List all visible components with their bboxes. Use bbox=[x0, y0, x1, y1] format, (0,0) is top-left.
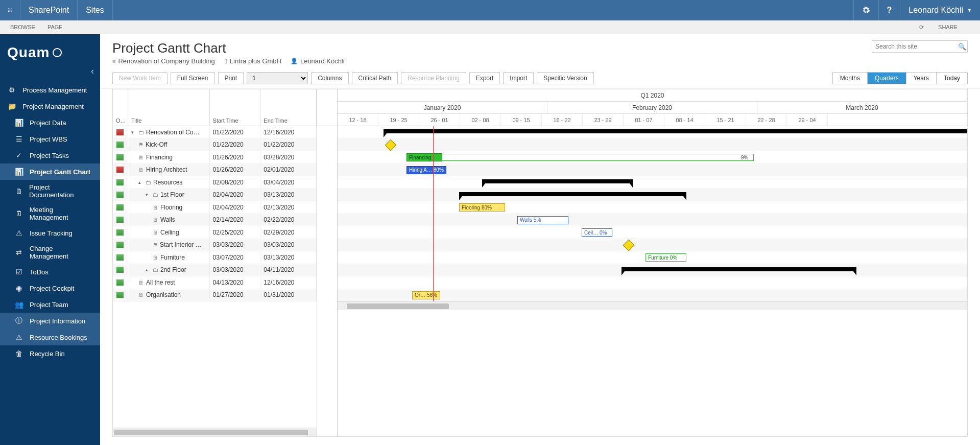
expand-toggle[interactable]: ▴ bbox=[138, 180, 144, 185]
nav-process-management[interactable]: ⚙Process Management bbox=[0, 82, 100, 98]
critical-path-button[interactable]: Critical Path bbox=[352, 72, 398, 84]
col-end[interactable]: End Time bbox=[260, 89, 317, 126]
timeline-row: Hiring A… 80% bbox=[338, 164, 967, 177]
search-icon[interactable]: 🔍 bbox=[955, 43, 969, 51]
nav-project-management[interactable]: 📁Project Management bbox=[0, 98, 100, 114]
specific-version-button[interactable]: Specific Version bbox=[537, 72, 593, 84]
row-start: 03/03/2020 bbox=[210, 264, 261, 276]
grid-row[interactable]: ▴ 🗀 Resources 02/08/2020 03/04/2020 bbox=[113, 176, 317, 189]
task-bar[interactable]: Financing9% bbox=[407, 153, 442, 161]
grid-row[interactable]: ▾ 🗀 Renovation of Co… 01/22/2020 12/16/2… bbox=[113, 126, 317, 139]
nav-project-documentation[interactable]: 🗎Project Documentation bbox=[0, 180, 100, 202]
col-title[interactable]: Title bbox=[128, 89, 210, 126]
nav-project-data[interactable]: 📊Project Data bbox=[0, 114, 100, 131]
task-bar[interactable]: Or… 56% bbox=[412, 291, 440, 299]
svg-rect-3 bbox=[8, 10, 9, 10]
col-status[interactable]: O… bbox=[113, 89, 128, 126]
grid-row[interactable]: 🗎 Organisation 01/27/2020 01/31/2020 bbox=[113, 289, 317, 302]
suite-sites[interactable]: Sites bbox=[78, 0, 113, 20]
col-start[interactable]: Start Time bbox=[210, 89, 261, 126]
grid-scrollbar[interactable] bbox=[113, 428, 317, 436]
timeline-scrollbar[interactable] bbox=[338, 301, 967, 310]
nav-project-gantt-chart[interactable]: 📊Project Gantt Chart bbox=[0, 163, 100, 180]
milestone-marker[interactable] bbox=[623, 239, 635, 251]
nav-project-cockpit[interactable]: ◉Project Cockpit bbox=[0, 280, 100, 296]
share-button[interactable]: ⟳ SHARE bbox=[919, 24, 970, 31]
nav-project-wbs[interactable]: ☰Project WBS bbox=[0, 131, 100, 147]
task-bar[interactable]: Walls 5% bbox=[517, 216, 568, 224]
row-type-icon: 🗎 bbox=[153, 204, 158, 210]
view-today[interactable]: Today bbox=[937, 73, 967, 84]
row-type-icon: 🗀 bbox=[146, 179, 151, 185]
building-icon: ▯ bbox=[224, 58, 227, 64]
full-screen-button[interactable]: Full Screen bbox=[171, 72, 215, 84]
collapse-sidebar[interactable]: ‹ bbox=[0, 65, 100, 82]
nav-project-information[interactable]: ⓘProject Information bbox=[0, 313, 100, 329]
view-years[interactable]: Years bbox=[906, 73, 937, 84]
row-end: 12/16/2020 bbox=[260, 126, 317, 138]
grid-row[interactable]: 🗎 All the rest 04/13/2020 12/16/2020 bbox=[113, 276, 317, 289]
status-icon bbox=[116, 217, 124, 223]
summary-bar[interactable] bbox=[482, 179, 633, 183]
summary-bar[interactable] bbox=[622, 267, 856, 271]
nav-icon: ✓ bbox=[14, 151, 23, 160]
grid-row[interactable]: ▾ 🗀 1st Floor 02/04/2020 03/13/2020 bbox=[113, 189, 317, 202]
suite-brand[interactable]: SharePoint bbox=[20, 0, 78, 20]
user-menu[interactable]: Leonard Köchli ▼ bbox=[900, 0, 980, 20]
timeline-quarter: Q1 2020 bbox=[338, 89, 967, 102]
expand-toggle[interactable]: ▴ bbox=[146, 267, 151, 272]
nav-change-management[interactable]: ⇄Change Management bbox=[0, 241, 100, 264]
search-box[interactable]: 🔍 bbox=[872, 40, 968, 53]
search-input[interactable] bbox=[872, 43, 955, 50]
expand-toggle[interactable]: ▾ bbox=[131, 130, 136, 135]
list-icon: ≡ bbox=[112, 58, 115, 64]
view-quarters[interactable]: Quarters bbox=[868, 73, 906, 84]
task-bar[interactable]: Hiring A… 80% bbox=[407, 166, 446, 174]
export-button[interactable]: Export bbox=[469, 72, 500, 84]
grid-row[interactable]: 🗎 Financing 01/26/2020 03/28/2020 bbox=[113, 151, 317, 164]
grid-row[interactable]: ⚑ Kick-Off 01/22/2020 01/22/2020 bbox=[113, 139, 317, 152]
nav-project-team[interactable]: 👥Project Team bbox=[0, 296, 100, 313]
row-type-icon: 🗀 bbox=[138, 129, 144, 135]
settings-button[interactable] bbox=[853, 0, 878, 20]
breadcrumb: ≡Renovation of Company Building ▯Lintra … bbox=[112, 57, 345, 65]
task-bar[interactable]: Furniture 0% bbox=[646, 253, 686, 262]
print-button[interactable]: Print bbox=[218, 72, 244, 84]
nav-project-tasks[interactable]: ✓Project Tasks bbox=[0, 147, 100, 163]
nav-recycle-bin[interactable]: 🗑Recycle Bin bbox=[0, 345, 100, 362]
resource-planning-button: Resource Planning bbox=[401, 72, 466, 84]
nav-issue-tracking[interactable]: ⚠Issue Tracking bbox=[0, 225, 100, 241]
milestone-marker[interactable] bbox=[385, 139, 397, 151]
week-header: 23 - 29 bbox=[583, 114, 624, 126]
nav-meeting-management[interactable]: 🗓Meeting Management bbox=[0, 202, 100, 225]
grid-row[interactable]: 🗎 Flooring 02/04/2020 02/13/2020 bbox=[113, 201, 317, 214]
grid-row[interactable]: 🗎 Ceiling 02/25/2020 02/29/2020 bbox=[113, 226, 317, 239]
app-launcher[interactable] bbox=[0, 0, 20, 20]
help-button[interactable]: ? bbox=[878, 0, 900, 20]
grid-row[interactable]: 🗎 Walls 02/14/2020 02/22/2020 bbox=[113, 214, 317, 227]
nav-todos[interactable]: ☑ToDos bbox=[0, 264, 100, 280]
grid-row[interactable]: ⚑ Start Interior … 03/03/2020 03/03/2020 bbox=[113, 239, 317, 252]
status-icon bbox=[116, 254, 124, 261]
import-button[interactable]: Import bbox=[503, 72, 534, 84]
row-start: 02/08/2020 bbox=[210, 176, 261, 189]
zoom-select[interactable]: 1 bbox=[247, 72, 308, 84]
ribbon-page[interactable]: PAGE bbox=[47, 24, 63, 30]
expand-toggle[interactable]: ▾ bbox=[146, 192, 151, 197]
summary-bar[interactable] bbox=[459, 192, 686, 196]
status-icon bbox=[116, 167, 124, 173]
grid-row[interactable]: 🗎 Furniture 03/07/2020 03/13/2020 bbox=[113, 251, 317, 264]
row-title: Organisation bbox=[146, 291, 181, 298]
grid-row[interactable]: 🗎 Hiring Architect 01/26/2020 02/01/2020 bbox=[113, 164, 317, 177]
splitter-col[interactable] bbox=[317, 89, 338, 436]
nav-icon: ⓘ bbox=[14, 316, 23, 325]
columns-button[interactable]: Columns bbox=[311, 72, 348, 84]
waffle-icon bbox=[8, 6, 12, 14]
task-bar[interactable]: Flooring 80% bbox=[459, 203, 505, 212]
view-months[interactable]: Months bbox=[833, 73, 868, 84]
ribbon-browse[interactable]: BROWSE bbox=[10, 24, 35, 30]
summary-bar[interactable] bbox=[384, 129, 967, 133]
nav-resource-bookings[interactable]: ⚠Resource Bookings bbox=[0, 329, 100, 345]
task-bar[interactable]: Ceil… 0% bbox=[582, 228, 612, 237]
grid-row[interactable]: ▴ 🗀 2nd Floor 03/03/2020 04/11/2020 bbox=[113, 264, 317, 277]
